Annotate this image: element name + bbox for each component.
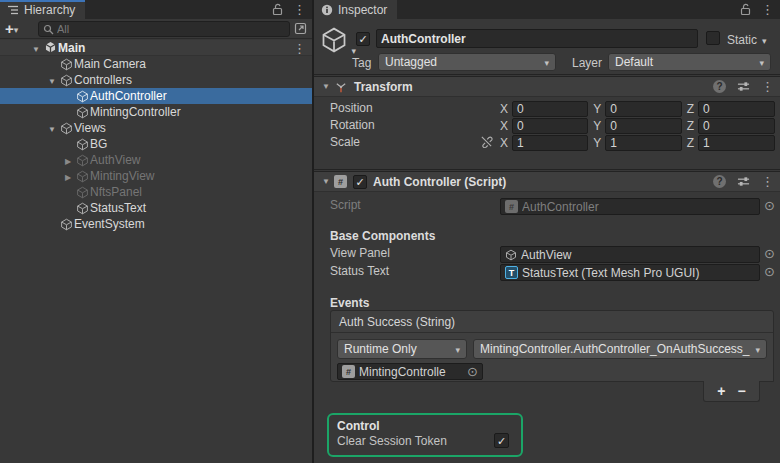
hierarchy-row[interactable]: StatusText — [0, 200, 312, 216]
base-components-header: Base Components — [330, 229, 435, 243]
chevron-down-icon — [544, 55, 549, 69]
hierarchy-row[interactable]: BG — [0, 136, 312, 152]
rotation-x-field[interactable]: 0 — [512, 118, 588, 134]
info-icon — [321, 4, 333, 16]
position-x-field[interactable]: 0 — [512, 101, 588, 117]
script-icon: # — [505, 200, 518, 213]
lock-icon[interactable] — [740, 3, 751, 16]
search-input[interactable] — [57, 23, 285, 35]
event-function-value: MintingController.AuthController_OnAuthS… — [480, 342, 751, 356]
foldout-expanded-icon[interactable] — [48, 73, 56, 87]
hierarchy-row-selected[interactable]: AuthController — [0, 88, 312, 104]
chevron-down-icon — [14, 22, 19, 36]
gameobject-name-field[interactable]: AuthController — [376, 29, 698, 48]
inspector-panel: Inspector AuthController Static Tag Unta… — [314, 0, 780, 463]
scale-y-field[interactable]: 1 — [605, 135, 681, 151]
unlinked-scale-icon[interactable] — [480, 135, 493, 148]
scene-options-kebab-icon[interactable] — [293, 41, 306, 56]
tag-dropdown[interactable]: Untagged — [378, 53, 556, 71]
event-function-dropdown[interactable]: MintingController.AuthController_OnAuthS… — [473, 339, 767, 359]
tag-label: Tag — [352, 56, 371, 70]
hierarchy-row[interactable]: Views — [0, 120, 312, 136]
check-icon — [497, 434, 506, 448]
foldout-collapsed-icon[interactable] — [65, 169, 71, 183]
static-dropdown-icon[interactable] — [762, 33, 767, 47]
hierarchy-row[interactable]: MintingController — [0, 104, 312, 120]
view-panel-object-field[interactable]: AuthView — [500, 246, 760, 263]
hierarchy-row[interactable]: EventSystem — [0, 216, 312, 232]
inspector-tab-label: Inspector — [338, 3, 387, 17]
hierarchy-list-icon — [7, 4, 19, 16]
scale-x-field[interactable]: 1 — [512, 135, 588, 151]
event-mode-dropdown[interactable]: Runtime Only — [337, 339, 467, 359]
gameobject-name: AuthController — [381, 32, 466, 46]
kebab-menu-icon[interactable] — [761, 174, 774, 189]
static-checkbox[interactable] — [706, 31, 720, 45]
gameobject-cube-icon — [58, 218, 74, 231]
transform-header[interactable]: Transform ? — [314, 76, 780, 97]
hierarchy-toolbar: + — [0, 19, 312, 39]
position-z-field[interactable]: 0 — [698, 101, 775, 117]
script-icon: # — [334, 175, 347, 188]
component-enabled-checkbox[interactable] — [353, 175, 367, 189]
hierarchy-item-label: Views — [74, 121, 106, 135]
event-target-object-field[interactable]: # MintingControlle — [337, 363, 483, 380]
view-panel-row: View Panel AuthView — [314, 246, 780, 263]
clear-session-token-checkbox[interactable] — [494, 433, 509, 448]
rotation-row: Rotation X 0 Y 0 Z 0 — [314, 118, 780, 134]
position-y-field[interactable]: 0 — [605, 101, 681, 117]
tab-inspector[interactable]: Inspector — [314, 0, 397, 19]
scale-z-field[interactable]: 1 — [698, 135, 775, 151]
axis-y-label: Y — [593, 102, 601, 116]
kebab-menu-icon[interactable] — [293, 2, 306, 17]
hierarchy-window-buttons — [272, 0, 306, 19]
rotation-z-field[interactable]: 0 — [698, 118, 775, 134]
kebab-menu-icon[interactable] — [761, 2, 774, 17]
hierarchy-row-disabled[interactable]: AuthView — [0, 152, 312, 168]
hierarchy-item-label: MintingController — [90, 105, 181, 119]
axis-z-label: Z — [687, 102, 694, 116]
open-search-window-icon[interactable] — [294, 22, 307, 35]
gameobject-cube-icon — [58, 122, 74, 135]
hierarchy-row[interactable]: Controllers — [0, 72, 312, 88]
event-list-footer: + − — [703, 381, 760, 402]
status-text-object-field[interactable]: T StatusText (Text Mesh Pro UGUI) — [500, 264, 760, 281]
object-picker-icon[interactable] — [467, 364, 478, 379]
hierarchy-item-label: EventSystem — [74, 217, 145, 231]
gameobject-cube-icon — [74, 106, 90, 119]
add-event-button[interactable]: + — [717, 384, 725, 398]
hierarchy-row-disabled[interactable]: MintingView — [0, 168, 312, 184]
foldout-expanded-icon[interactable] — [48, 121, 56, 135]
rotation-z-value: 0 — [703, 119, 710, 133]
gameobject-cube-icon — [74, 154, 90, 167]
inspector-window-buttons — [740, 0, 774, 19]
object-picker-icon[interactable] — [764, 198, 775, 213]
hierarchy-item-label: StatusText — [90, 201, 146, 215]
layer-dropdown[interactable]: Default — [608, 53, 771, 71]
foldout-expanded-icon[interactable] — [318, 177, 334, 186]
active-checkbox[interactable] — [356, 32, 370, 46]
rotation-y-field[interactable]: 0 — [605, 118, 681, 134]
foldout-expanded-icon[interactable] — [318, 82, 334, 91]
object-picker-icon[interactable] — [764, 264, 775, 279]
gameobject-thumbnail-icon[interactable] — [319, 25, 349, 55]
hierarchy-row-main[interactable]: Main — [0, 40, 312, 56]
script-object-field[interactable]: # AuthController — [500, 198, 760, 215]
kebab-menu-icon[interactable] — [761, 79, 774, 94]
create-object-button[interactable]: + — [5, 21, 18, 36]
hierarchy-row[interactable]: Main Camera — [0, 56, 312, 72]
position-x-value: 0 — [517, 102, 524, 116]
help-icon[interactable]: ? — [713, 175, 726, 188]
tab-hierarchy[interactable]: Hierarchy — [0, 0, 85, 19]
remove-event-button[interactable]: − — [738, 384, 746, 398]
presets-icon[interactable] — [737, 80, 750, 93]
hierarchy-row-disabled[interactable]: NftsPanel — [0, 184, 312, 200]
help-icon[interactable]: ? — [713, 80, 726, 93]
presets-icon[interactable] — [737, 175, 750, 188]
object-picker-icon[interactable] — [764, 246, 775, 261]
lock-icon[interactable] — [272, 3, 283, 16]
auth-controller-header[interactable]: # Auth Controller (Script) ? — [314, 171, 780, 192]
foldout-expanded-icon[interactable] — [32, 41, 40, 55]
foldout-collapsed-icon[interactable] — [65, 153, 71, 167]
hierarchy-search-field[interactable] — [38, 21, 290, 37]
